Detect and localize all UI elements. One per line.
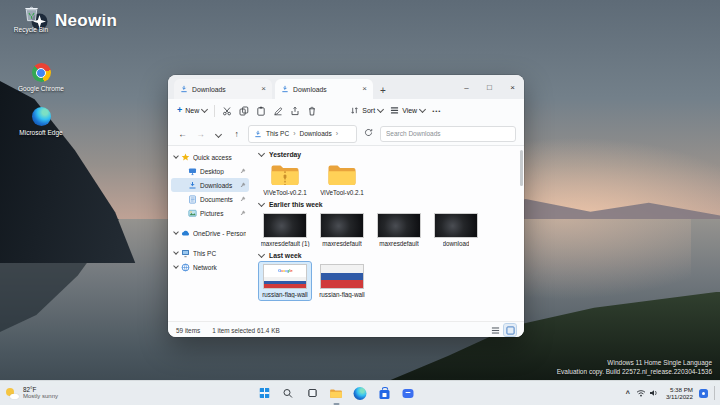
address-bar[interactable]: This PC › Downloads › <box>248 125 357 143</box>
group-header-earlier-this-week[interactable]: Earlier this week <box>259 201 517 208</box>
group-header-yesterday[interactable]: Yesterday <box>259 151 517 158</box>
quick-access-star-icon <box>181 153 190 161</box>
breadcrumb-separator-icon: › <box>336 130 338 137</box>
image-thumbnail <box>320 213 364 238</box>
chevron-down-icon <box>173 153 179 159</box>
chevron-down-icon <box>201 106 208 113</box>
toolbar-divider <box>214 105 215 117</box>
breadcrumb-downloads[interactable]: Downloads <box>299 130 331 137</box>
recycle-bin-icon <box>4 3 58 24</box>
file-name: maxresdefault <box>379 240 419 247</box>
evaluation-watermark: Windows 11 Home Single Language Evaluati… <box>557 359 712 376</box>
sidebar-item-this-pc[interactable]: This PC <box>171 246 249 260</box>
folder-icon <box>327 163 357 187</box>
minimize-button[interactable]: – <box>455 75 478 99</box>
desktop-icon-microsoft-edge[interactable]: Microsoft Edge <box>14 106 68 137</box>
breadcrumb-this-pc[interactable]: This PC <box>266 130 289 137</box>
tab-label: Downloads <box>293 86 358 93</box>
refresh-button[interactable] <box>362 128 375 139</box>
sidebar-item-downloads[interactable]: Downloads <box>171 178 249 192</box>
rename-icon[interactable] <box>273 106 283 116</box>
desktop-icon-label: Microsoft Edge <box>14 129 68 137</box>
delete-icon[interactable] <box>307 106 317 116</box>
tab-downloads-2[interactable]: Downloads × <box>275 79 373 99</box>
file-item-russian-flag-wall-1[interactable]: Google russian-flag-wall <box>259 262 311 300</box>
sidebar-item-documents[interactable]: Documents <box>171 192 249 206</box>
task-view-button[interactable] <box>303 384 322 403</box>
window-controls: – □ × <box>455 75 524 99</box>
image-thumbnail <box>263 213 307 238</box>
notification-badge[interactable] <box>699 389 708 398</box>
google-logo-text: Google <box>278 269 293 273</box>
view-button[interactable]: View <box>390 106 425 115</box>
close-button[interactable]: × <box>501 75 524 99</box>
sidebar-item-desktop[interactable]: Desktop <box>171 164 249 178</box>
scrollbar[interactable] <box>520 150 523 186</box>
downloads-icon <box>188 181 197 190</box>
tray-overflow-button[interactable]: ^ <box>626 390 630 397</box>
sidebar-item-quick-access[interactable]: Quick access <box>171 150 249 164</box>
taskbar-search-button[interactable] <box>279 384 298 403</box>
cut-icon[interactable] <box>222 106 232 116</box>
network-globe-icon <box>181 263 190 272</box>
start-button[interactable] <box>255 384 274 403</box>
weather-widget-button[interactable]: 82°F Mostly sunny <box>6 381 58 405</box>
file-item-vivetool-zip[interactable]: ViVeTool-v0.2.1 <box>259 161 311 198</box>
desktop-icon-recycle-bin[interactable]: Recycle Bin <box>4 3 58 34</box>
tab-downloads-1[interactable]: Downloads × <box>174 79 272 99</box>
tab-bar: Downloads × Downloads × + – □ × <box>168 75 524 99</box>
forward-button[interactable]: → <box>194 129 207 139</box>
taskbar-clock[interactable]: 5:38 PM 3/11/2022 <box>666 386 693 401</box>
desktop-icon-label: Google Chrome <box>14 85 68 93</box>
back-button[interactable]: ← <box>176 129 189 139</box>
sidebar-item-network[interactable]: Network <box>171 260 249 274</box>
sort-button[interactable]: Sort <box>350 106 383 115</box>
taskbar-file-explorer-button[interactable] <box>327 384 346 403</box>
file-item-maxresdefault-2[interactable]: maxresdefault <box>316 211 368 249</box>
file-item-maxresdefault-1[interactable]: maxresdefault (1) <box>259 211 311 249</box>
show-desktop-button[interactable] <box>714 386 717 400</box>
taskbar-store-button[interactable] <box>375 384 394 403</box>
taskbar-edge-button[interactable] <box>351 384 370 403</box>
address-bar-row: ← → ↑ This PC › Downloads › <box>168 122 524 146</box>
large-icons-view-button[interactable] <box>504 324 516 336</box>
file-item-download[interactable]: download <box>430 211 482 249</box>
file-item-russian-flag-wall-2[interactable]: russian-flag-wall <box>316 262 368 300</box>
file-item-maxresdefault-3[interactable]: maxresdefault <box>373 211 425 249</box>
see-more-button[interactable]: ••• <box>432 108 441 114</box>
share-icon[interactable] <box>290 106 300 116</box>
command-toolbar: + New Sort View <box>168 99 524 122</box>
new-button[interactable]: + New <box>177 106 207 115</box>
desktop-icon-google-chrome[interactable]: Google Chrome <box>14 62 68 93</box>
file-item-vivetool-folder[interactable]: ViVeTool-v0.2.1 <box>316 161 368 198</box>
sidebar-item-pictures[interactable]: Pictures <box>171 206 249 220</box>
clock-date: 3/11/2022 <box>666 393 693 401</box>
copy-icon[interactable] <box>239 106 249 116</box>
file-name: download <box>443 240 470 247</box>
documents-icon <box>188 195 197 204</box>
paste-icon[interactable] <box>256 106 266 116</box>
chevron-down-icon <box>258 150 265 157</box>
pin-icon <box>240 168 246 174</box>
chevron-down-icon <box>258 200 265 207</box>
taskbar: 82°F Mostly sunny ^ 5:38 PM 3/11/2022 <box>0 380 720 405</box>
clock-time: 5:38 PM <box>666 386 693 394</box>
new-tab-button[interactable]: + <box>380 86 386 96</box>
search-input[interactable] <box>380 126 516 142</box>
recent-locations-button[interactable] <box>212 129 225 139</box>
up-button[interactable]: ↑ <box>230 129 243 139</box>
plus-icon: + <box>177 106 182 115</box>
taskbar-chat-button[interactable] <box>399 384 418 403</box>
group-header-last-week[interactable]: Last week <box>259 252 517 259</box>
details-view-button[interactable] <box>489 324 501 336</box>
chrome-icon <box>32 63 51 82</box>
file-name: russian-flag-wall <box>319 291 365 298</box>
maximize-button[interactable]: □ <box>478 75 501 99</box>
new-button-label: New <box>185 107 199 114</box>
sidebar-item-onedrive[interactable]: OneDrive - Personal <box>171 226 249 240</box>
chevron-down-icon <box>173 229 179 235</box>
network-volume-tray-button[interactable] <box>636 384 660 402</box>
tab-close-icon[interactable]: × <box>261 85 266 93</box>
tab-close-icon[interactable]: × <box>362 85 367 93</box>
weather-condition: Mostly sunny <box>23 393 58 400</box>
